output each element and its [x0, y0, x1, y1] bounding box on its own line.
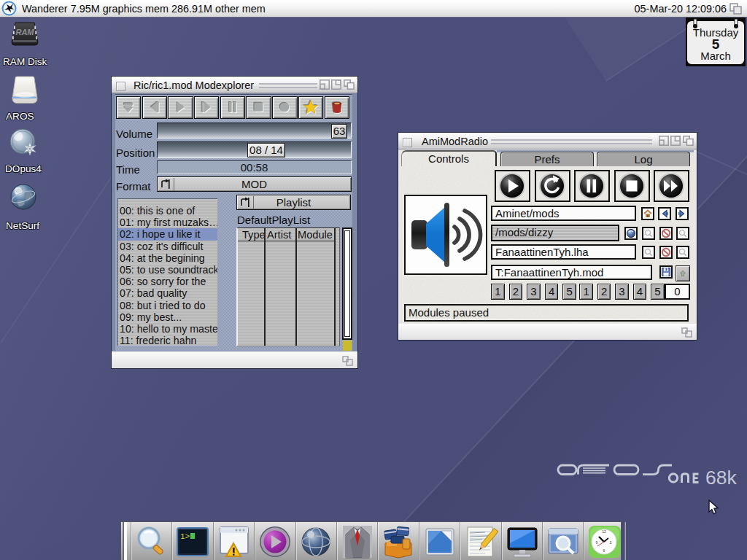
svg-text:6: 6: [603, 548, 605, 553]
svg-text:68k: 68k: [705, 467, 737, 489]
svg-text:RAM: RAM: [15, 28, 34, 36]
svg-text:12: 12: [602, 529, 606, 534]
svg-text:9: 9: [595, 540, 597, 545]
svg-text:1>: 1>: [180, 532, 190, 541]
svg-text:3: 3: [609, 540, 611, 545]
